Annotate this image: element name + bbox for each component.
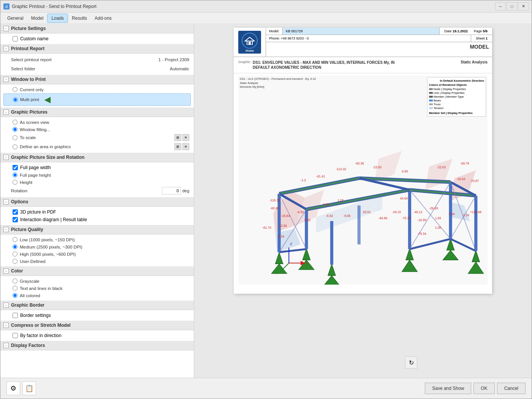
by-factor-checkbox[interactable] (13, 333, 18, 338)
close-button[interactable]: ✕ (518, 2, 529, 11)
window-filling-radio[interactable] (13, 127, 17, 132)
to-scale-radio[interactable] (13, 135, 17, 140)
menu-loads[interactable]: Loads (47, 14, 68, 23)
high-quality-radio[interactable] (13, 252, 17, 256)
3d-pdf-checkbox[interactable] (13, 209, 18, 215)
collapse-size-rotation[interactable]: − (3, 155, 9, 160)
left-panel: − Picture Settings Custom name − Printou… (0, 24, 194, 378)
minimize-button[interactable]: ─ (495, 2, 506, 11)
current-only-radio[interactable] (13, 87, 17, 92)
menu-results[interactable]: Results (68, 14, 91, 22)
collapse-picture-settings[interactable]: − (3, 26, 9, 31)
text-lines-black-row[interactable]: Text and lines in black (0, 285, 194, 292)
define-area-row[interactable]: Define an area in graphics ⊞ ✕ (0, 142, 194, 151)
ok-button[interactable]: OK (473, 383, 494, 394)
border-settings-checkbox[interactable] (13, 313, 18, 318)
user-defined-quality-row[interactable]: User-Defined (0, 258, 194, 265)
model-label: Model: (266, 28, 283, 35)
high-quality-row[interactable]: High (5000 pixels, ~600 DPI) (0, 250, 194, 258)
window-controls: ─ □ ✕ (495, 2, 529, 11)
by-factor-row: By factor in direction (0, 332, 194, 339)
settings-button[interactable]: ⚙ (6, 382, 20, 395)
maximize-button[interactable]: □ (507, 2, 517, 11)
custom-name-checkbox[interactable] (13, 36, 18, 41)
interaction-diagram-checkbox[interactable] (13, 217, 18, 222)
low-quality-row[interactable]: Low (1000 pixels, ~150 DPI) (0, 236, 194, 243)
collapse-graphic-pictures[interactable]: − (3, 109, 9, 115)
all-colored-row[interactable]: All colored (0, 292, 194, 299)
text-lines-black-radio[interactable] (13, 286, 17, 291)
report-meta-section: Model: KB 001729 Date 19.1.2022 Page 5/6… (266, 28, 492, 57)
to-scale-row[interactable]: To scale ⊞ ✕ (0, 133, 194, 142)
current-only-row[interactable]: Current only (0, 86, 194, 93)
svg-text:-6.92: -6.92 (326, 214, 333, 218)
svg-text:-16.64: -16.64 (456, 177, 466, 181)
area-icon-2[interactable]: ✕ (182, 143, 189, 150)
section-graphic-border[interactable]: − Graphic Border (0, 301, 194, 310)
section-window-to-print[interactable]: − Window to Print (0, 75, 194, 84)
section-display-factors[interactable]: − Display Factors (0, 341, 194, 350)
all-colored-label: All colored (20, 293, 40, 298)
size-rotation-content: Full page width Full page height Height … (0, 162, 194, 197)
interaction-diagram-row: Interaction diagram | Result table (0, 216, 194, 223)
menu-general[interactable]: General (3, 14, 27, 22)
all-colored-radio[interactable] (13, 293, 17, 298)
medium-quality-radio[interactable] (13, 244, 17, 249)
svg-text:-84.96: -84.96 (378, 217, 388, 220)
section-options[interactable]: − Options (0, 197, 194, 207)
menu-model[interactable]: Model (27, 14, 48, 22)
refresh-button[interactable]: ↻ (405, 356, 417, 369)
report-company: MODEL (266, 42, 492, 51)
area-icon-1[interactable]: ⊞ (174, 143, 181, 150)
as-screen-view-radio[interactable] (13, 120, 17, 125)
section-printout-report[interactable]: − Printout Report (0, 44, 194, 54)
collapse-picture-quality[interactable]: − (3, 227, 9, 232)
legend-line-color (429, 92, 433, 94)
full-page-height-radio[interactable] (13, 173, 17, 177)
low-quality-radio[interactable] (13, 237, 17, 242)
multi-print-row[interactable]: Multi print ◀ (3, 93, 191, 106)
grayscale-row[interactable]: Grayscale (0, 277, 194, 285)
section-picture-quality[interactable]: − Picture Quality (0, 225, 194, 234)
legend-truss-label: Truss (434, 103, 440, 106)
height-radio[interactable] (13, 180, 17, 185)
collapse-graphic-border[interactable]: − (3, 302, 9, 308)
collapse-printout-report[interactable]: − (3, 46, 9, 51)
report-image-area: DS1 - ULS (STR/GEO) - Permanent and tran… (234, 73, 492, 287)
section-graphic-pictures[interactable]: − Graphic Pictures (0, 108, 194, 117)
scale-icon-2[interactable]: ✕ (182, 134, 189, 141)
scale-icon-1[interactable]: ⊞ (174, 134, 181, 141)
section-color[interactable]: − Color (0, 266, 194, 276)
section-compress-stretch[interactable]: − Compress or Stretch Model (0, 321, 194, 330)
collapse-compress-stretch[interactable]: − (3, 323, 9, 328)
menu-addons[interactable]: Add-ons (91, 14, 116, 22)
bottom-right-buttons: Save and Show OK Cancel (425, 383, 526, 394)
window-filling-row[interactable]: Window filling... (0, 126, 194, 133)
analysis-type: Static Analysis (456, 60, 488, 64)
collapse-window-to-print[interactable]: − (3, 77, 9, 82)
as-screen-view-row[interactable]: As screen view (0, 119, 194, 126)
multi-print-radio[interactable] (13, 97, 18, 102)
collapse-display-factors[interactable]: − (3, 343, 9, 348)
collapse-options[interactable]: − (3, 199, 9, 204)
left-panel-scroll[interactable]: − Picture Settings Custom name − Printou… (0, 24, 194, 378)
medium-quality-row[interactable]: Medium (2500 pixels, ~300 DPI) (0, 243, 194, 250)
rotation-input[interactable] (162, 187, 181, 195)
full-page-height-row[interactable]: Full page height (0, 171, 194, 179)
define-area-radio[interactable] (13, 144, 17, 149)
cancel-button[interactable]: Cancel (497, 383, 526, 394)
medium-quality-label: Medium (2500 pixels, ~300 DPI) (20, 245, 82, 249)
section-size-rotation[interactable]: − Graphic Picture Size and Rotation (0, 153, 194, 162)
section-picture-settings[interactable]: − Picture Settings (0, 24, 194, 33)
clipboard-button[interactable]: 📋 (22, 382, 36, 395)
rotation-unit: deg (182, 188, 189, 193)
full-page-width-checkbox[interactable] (13, 165, 18, 170)
collapse-color[interactable]: − (3, 268, 9, 274)
user-defined-radio[interactable] (13, 259, 17, 264)
current-only-label: Current only (20, 87, 44, 92)
save-and-show-button[interactable]: Save and Show (425, 383, 471, 394)
preview-area[interactable]: Dlubal Model: KB 001729 Date 19.1.2022 P… (194, 24, 532, 378)
grayscale-radio[interactable] (13, 279, 17, 283)
height-row[interactable]: Height (0, 179, 194, 186)
area-icons: ⊞ ✕ (174, 143, 189, 150)
